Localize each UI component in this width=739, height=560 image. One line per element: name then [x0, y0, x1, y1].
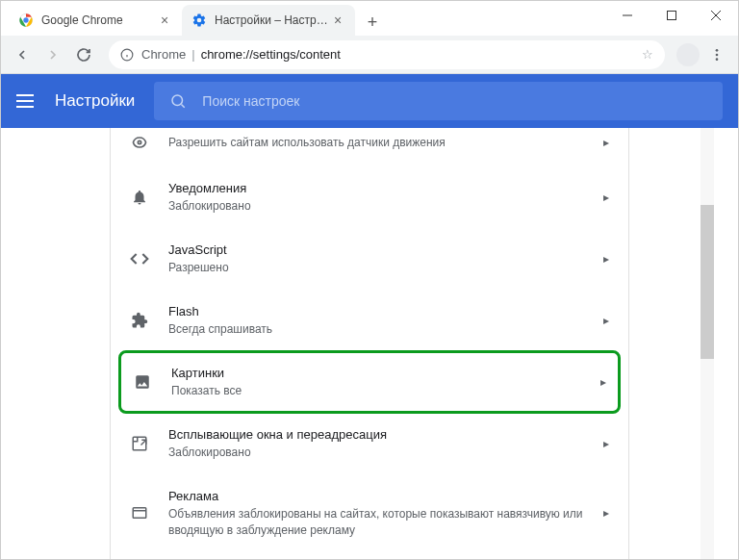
page-title: Настройки	[55, 91, 135, 111]
tab-label: Настройки – Настройки сайта	[215, 13, 330, 27]
settings-row-code[interactable]: JavaScriptРазрешено▸	[111, 228, 628, 290]
url-separator: |	[191, 47, 194, 62]
browser-toolbar: Chrome | chrome://settings/content ☆	[1, 36, 738, 74]
gear-icon	[191, 13, 207, 28]
row-text: FlashВсегда спрашивать	[168, 303, 592, 338]
row-title: Картинки	[171, 365, 589, 382]
svg-point-12	[172, 95, 183, 106]
menu-icon[interactable]	[16, 89, 39, 113]
site-info-icon[interactable]	[120, 48, 134, 62]
svg-rect-15	[133, 437, 146, 450]
back-button[interactable]	[9, 41, 36, 68]
profile-avatar[interactable]	[676, 43, 700, 66]
window-maximize-button[interactable]	[650, 1, 694, 30]
settings-row-ads[interactable]: РекламаОбъявления заблокированы на сайта…	[111, 474, 628, 552]
row-text: РекламаОбъявления заблокированы на сайта…	[168, 488, 592, 539]
puzzle-icon	[130, 311, 149, 330]
settings-header: Настройки Поиск настроек	[1, 74, 738, 128]
row-text: КартинкиПоказать все	[171, 365, 589, 399]
settings-list: Разрешить сайтам использовать датчики дв…	[110, 128, 629, 560]
chevron-right-icon: ▸	[603, 506, 609, 520]
row-title: Всплывающие окна и переадресация	[168, 426, 592, 444]
scrollbar-track[interactable]	[701, 128, 714, 560]
row-subtitle: Заблокировано	[168, 198, 592, 215]
row-subtitle: Объявления заблокированы на сайтах, кото…	[168, 506, 592, 539]
motion-icon	[130, 133, 149, 152]
chevron-right-icon: ▸	[603, 136, 609, 149]
chevron-right-icon: ▸	[603, 252, 609, 266]
chrome-icon	[18, 13, 34, 28]
reload-button[interactable]	[70, 41, 97, 68]
row-title: JavaScript	[168, 242, 592, 259]
svg-rect-1	[668, 12, 676, 20]
new-tab-button[interactable]: +	[359, 9, 386, 36]
forward-button[interactable]	[39, 41, 66, 68]
svg-point-14	[138, 140, 140, 143]
row-text: Всплывающие окна и переадресацияЗаблокир…	[168, 426, 592, 461]
svg-point-10	[716, 53, 719, 56]
svg-point-11	[716, 58, 719, 61]
window-close-button[interactable]	[694, 1, 738, 30]
tab-chrome[interactable]: Google Chrome ×	[9, 5, 182, 36]
settings-row-sync[interactable]: Фоновая синхронизацияРазрешить недавно з…	[111, 552, 628, 560]
url-path: chrome://settings/content	[201, 47, 341, 62]
code-icon	[130, 249, 149, 268]
row-subtitle: Показать все	[171, 383, 589, 399]
tab-settings[interactable]: Настройки – Настройки сайта ×	[182, 5, 355, 36]
chevron-right-icon: ▸	[600, 375, 606, 389]
tab-close-icon[interactable]: ×	[330, 13, 345, 28]
settings-row-image[interactable]: КартинкиПоказать все▸	[118, 350, 621, 414]
row-title: Реклама	[168, 488, 592, 505]
popup-icon	[130, 434, 149, 453]
search-icon	[169, 92, 187, 110]
browser-menu-button[interactable]	[703, 41, 730, 68]
address-bar[interactable]: Chrome | chrome://settings/content ☆	[109, 40, 665, 69]
settings-content: Разрешить сайтам использовать датчики дв…	[1, 128, 738, 560]
row-subtitle: Разрешить сайтам использовать датчики дв…	[168, 135, 592, 151]
tab-close-icon[interactable]: ×	[157, 13, 172, 28]
bookmark-icon[interactable]: ☆	[642, 47, 653, 62]
chevron-right-icon: ▸	[603, 314, 609, 327]
scrollbar-thumb[interactable]	[701, 205, 714, 359]
row-subtitle: Разрешено	[168, 260, 592, 276]
settings-row-motion[interactable]: Разрешить сайтам использовать датчики дв…	[111, 128, 628, 166]
svg-rect-16	[133, 508, 146, 519]
url-scheme: Chrome	[141, 47, 186, 62]
row-title: Flash	[168, 303, 592, 320]
tab-label: Google Chrome	[41, 13, 157, 27]
row-text: JavaScriptРазрешено	[168, 242, 592, 276]
svg-point-5	[23, 17, 28, 22]
row-title: Уведомления	[168, 180, 592, 197]
search-placeholder: Поиск настроек	[202, 93, 299, 109]
ads-icon	[130, 503, 149, 522]
row-text: Разрешить сайтам использовать датчики дв…	[168, 134, 592, 151]
svg-line-13	[182, 104, 185, 107]
settings-row-bell[interactable]: УведомленияЗаблокировано▸	[111, 166, 628, 228]
svg-point-9	[716, 49, 719, 52]
chevron-right-icon: ▸	[603, 437, 609, 450]
row-subtitle: Заблокировано	[168, 445, 592, 461]
settings-search[interactable]: Поиск настроек	[154, 82, 723, 120]
window-minimize-button[interactable]	[605, 1, 650, 30]
chevron-right-icon: ▸	[603, 191, 609, 204]
image-icon	[133, 372, 152, 392]
row-text: УведомленияЗаблокировано	[168, 180, 592, 215]
bell-icon	[130, 188, 149, 207]
settings-row-puzzle[interactable]: FlashВсегда спрашивать▸	[111, 290, 628, 351]
row-subtitle: Всегда спрашивать	[168, 321, 592, 338]
settings-row-popup[interactable]: Всплывающие окна и переадресацияЗаблокир…	[111, 413, 628, 474]
